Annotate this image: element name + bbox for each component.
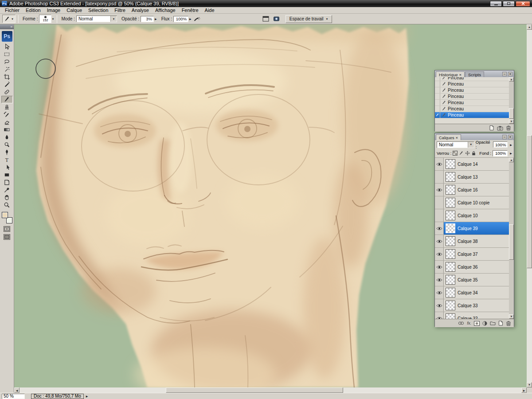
history-source-checkbox[interactable]: [435, 87, 440, 93]
scroll-up-button[interactable]: ▲: [509, 77, 514, 82]
history-state-row[interactable]: Pinceau: [435, 100, 509, 106]
airbrush-toggle[interactable]: [192, 15, 202, 23]
layer-opacity-slider-arrow[interactable]: ▶: [510, 143, 512, 146]
layer-row[interactable]: Calque 38: [435, 235, 509, 248]
notes-tool[interactable]: [1, 179, 13, 186]
layer-thumbnail[interactable]: [446, 275, 455, 285]
menu-item[interactable]: Analyse: [129, 8, 152, 13]
type-tool[interactable]: T: [1, 156, 13, 164]
crop-tool[interactable]: [1, 73, 13, 81]
status-menu-arrow[interactable]: ▶: [86, 395, 88, 398]
scroll-down-button[interactable]: ▼: [509, 314, 514, 319]
layer-row[interactable]: Calque 32: [435, 312, 509, 319]
layer-visibility-toggle[interactable]: [435, 248, 444, 260]
history-scroll-thumb[interactable]: [509, 108, 514, 119]
history-source-checkbox[interactable]: [435, 106, 440, 112]
layer-fill-input[interactable]: 100%: [493, 150, 508, 156]
layer-thumbnail[interactable]: [446, 159, 455, 169]
layer-row[interactable]: Calque 16: [435, 184, 509, 196]
layer-fill-slider-arrow[interactable]: ▶: [510, 152, 512, 155]
new-layer-button[interactable]: [498, 321, 503, 326]
layer-visibility-toggle[interactable]: [435, 184, 444, 196]
layer-thumbnail[interactable]: [446, 211, 455, 220]
flow-input[interactable]: 100%: [173, 16, 188, 22]
panel-close-button[interactable]: ×: [508, 72, 512, 76]
layer-row[interactable]: Calque 37: [435, 248, 509, 261]
pen-tool[interactable]: [1, 149, 13, 156]
eyedropper-tool[interactable]: [1, 186, 13, 194]
hand-tool[interactable]: [1, 194, 13, 201]
chevron-down-icon[interactable]: ▼: [51, 18, 54, 20]
new-document-from-state-button[interactable]: [489, 125, 494, 131]
layer-visibility-toggle[interactable]: [435, 274, 444, 286]
layer-row[interactable]: Calque 10 copie: [435, 196, 509, 209]
history-state-row[interactable]: Pinceau: [435, 77, 509, 81]
history-state-row[interactable]: Pinceau: [435, 106, 509, 112]
layer-visibility-toggle[interactable]: [435, 171, 444, 183]
background-color-swatch[interactable]: [6, 217, 12, 223]
new-group-button[interactable]: [490, 321, 496, 325]
history-source-checkbox[interactable]: [435, 100, 440, 106]
lock-position-button[interactable]: [465, 151, 470, 156]
layer-row[interactable]: Calque 35: [435, 274, 509, 286]
layer-thumbnail[interactable]: [446, 236, 455, 246]
menu-item[interactable]: Image: [44, 8, 64, 13]
menu-item[interactable]: Aide: [202, 8, 218, 13]
menu-item[interactable]: Affichage: [152, 8, 179, 13]
zoom-tool[interactable]: [1, 201, 13, 209]
layer-thumbnail[interactable]: [446, 198, 455, 207]
layer-row[interactable]: Calque 39: [435, 222, 509, 235]
history-panel-header[interactable]: Historique × Scripts − ×: [435, 70, 514, 77]
add-layer-mask-button[interactable]: [474, 321, 480, 326]
bridge-button[interactable]: [271, 15, 282, 23]
screen-mode-button[interactable]: [4, 234, 10, 240]
delete-state-button[interactable]: [506, 125, 511, 131]
menu-item[interactable]: Sélection: [85, 8, 111, 13]
magic-wand-tool[interactable]: [1, 66, 13, 73]
history-source-checkbox[interactable]: [435, 77, 440, 81]
panel-close-button[interactable]: ×: [508, 135, 512, 139]
layer-thumbnail[interactable]: [446, 288, 455, 297]
blur-tool[interactable]: [1, 133, 13, 141]
history-source-checkbox[interactable]: [435, 81, 440, 87]
shape-tool[interactable]: [1, 171, 13, 179]
menu-item[interactable]: Fichier: [2, 8, 23, 13]
history-state-row[interactable]: Pinceau: [435, 94, 509, 100]
brush-shape-picker[interactable]: 152: [39, 15, 51, 23]
move-tool[interactable]: [1, 43, 13, 51]
minimize-button[interactable]: [490, 1, 502, 7]
chevron-down-icon[interactable]: ▼: [468, 142, 474, 148]
palette-dock-button[interactable]: [261, 15, 271, 23]
history-state-row[interactable]: Pinceau: [435, 87, 509, 94]
path-selection-tool[interactable]: [1, 164, 13, 171]
layer-visibility-toggle[interactable]: [435, 299, 444, 312]
layer-visibility-toggle[interactable]: [435, 286, 444, 299]
layer-visibility-toggle[interactable]: [435, 158, 444, 170]
layer-thumbnail[interactable]: [446, 223, 455, 233]
menu-item[interactable]: Filtre: [111, 8, 128, 13]
blend-mode-dropdown[interactable]: Normal ▼: [76, 16, 117, 22]
quick-mask-button[interactable]: [4, 226, 10, 232]
layer-row[interactable]: Calque 36: [435, 261, 509, 274]
lasso-tool[interactable]: [1, 58, 13, 66]
layer-thumbnail[interactable]: [446, 301, 455, 310]
layer-visibility-toggle[interactable]: [435, 235, 444, 247]
window-title-bar[interactable]: Ps Adobe Photoshop CS3 Extended - [latex…: [0, 0, 532, 7]
toolbox-collapse-button[interactable]: »: [0, 24, 14, 29]
layer-thumbnail[interactable]: [446, 185, 455, 195]
layer-row[interactable]: Calque 33: [435, 299, 509, 312]
scroll-down-button[interactable]: ▼: [527, 382, 532, 387]
layers-scroll-thumb[interactable]: [509, 224, 514, 260]
layer-row[interactable]: Calque 13: [435, 171, 509, 184]
brush-tool[interactable]: [1, 96, 13, 103]
horizontal-scroll-thumb[interactable]: [166, 387, 343, 393]
layer-opacity-input[interactable]: 100%: [493, 141, 508, 148]
close-button[interactable]: [516, 1, 530, 7]
history-brush-tool[interactable]: [1, 111, 13, 118]
layer-row[interactable]: Calque 14: [435, 158, 509, 171]
link-layers-button[interactable]: [458, 321, 464, 325]
history-state-row[interactable]: Pinceau: [435, 112, 509, 118]
dodge-tool[interactable]: [1, 141, 13, 149]
history-source-checkbox[interactable]: [435, 112, 440, 118]
healing-brush-tool[interactable]: [1, 88, 13, 96]
